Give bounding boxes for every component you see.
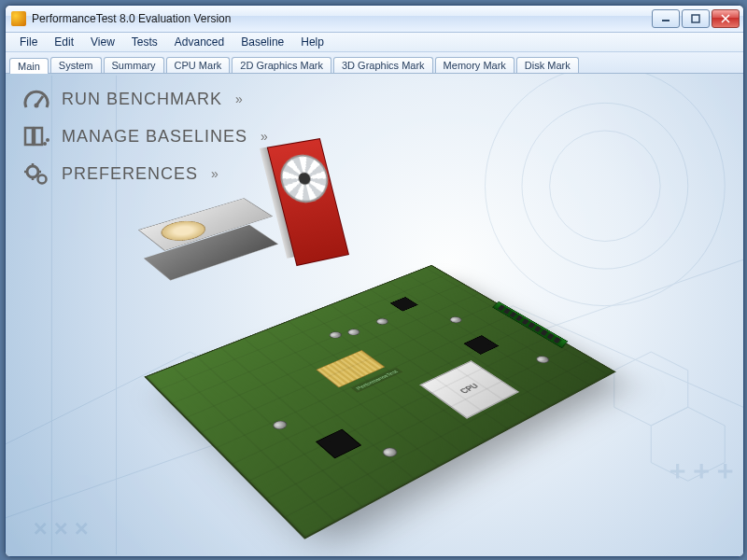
svg-text:× × ×: × × ×: [34, 515, 89, 541]
gears-icon: [22, 161, 50, 186]
svg-text:+ + +: + + +: [669, 455, 733, 486]
svg-point-16: [46, 138, 49, 142]
menu-advanced[interactable]: Advanced: [166, 34, 233, 50]
manage-baselines-link[interactable]: MANAGE BASELINES »: [22, 124, 268, 148]
menu-view[interactable]: View: [82, 34, 123, 50]
close-button[interactable]: [712, 9, 740, 28]
capacitor: [345, 328, 362, 337]
chevron-icon: »: [261, 129, 268, 144]
svg-rect-14: [35, 128, 42, 145]
minimize-button[interactable]: [652, 9, 680, 28]
capacitor: [270, 419, 289, 431]
menu-edit[interactable]: Edit: [46, 34, 82, 50]
app-window: PerformanceTest 8.0 Evaluation Version F…: [5, 5, 744, 557]
cpu-label: CPU: [458, 383, 481, 395]
app-icon: [11, 11, 26, 26]
titlebar: PerformanceTest 8.0 Evaluation Version: [6, 6, 743, 33]
capacitor: [327, 330, 344, 340]
archive-icon: [22, 124, 50, 148]
run-benchmark-link[interactable]: RUN BENCHMARK »: [22, 87, 268, 111]
maximize-button[interactable]: [682, 9, 710, 28]
menu-file[interactable]: File: [11, 34, 46, 50]
tab-3d-graphics-mark[interactable]: 3D Graphics Mark: [333, 57, 433, 73]
run-benchmark-label: RUN BENCHMARK: [62, 90, 222, 109]
graphics-card: [267, 138, 349, 266]
heatsink: [316, 350, 385, 387]
menubar: File Edit View Tests Advanced Baseline H…: [6, 33, 743, 52]
manage-baselines-label: MANAGE BASELINES: [62, 127, 247, 147]
svg-point-12: [35, 104, 39, 108]
tab-summary[interactable]: Summary: [104, 57, 164, 73]
tab-2d-graphics-mark[interactable]: 2D Graphics Mark: [232, 57, 331, 73]
chip: [390, 297, 418, 311]
tab-system[interactable]: System: [50, 57, 102, 73]
svg-marker-8: [651, 407, 725, 481]
svg-rect-13: [25, 128, 33, 145]
tabbar: Main System Summary CPU Mark 2D Graphics…: [6, 52, 743, 74]
motherboard: CPU PerformanceTest: [144, 265, 616, 539]
cpu-chip: CPU: [419, 360, 519, 419]
menu-baseline[interactable]: Baseline: [233, 34, 292, 50]
board-label: PerformanceTest: [351, 368, 402, 393]
chip: [463, 335, 499, 355]
window-title: PerformanceTest 8.0 Evaluation Version: [32, 12, 652, 25]
gauge-icon: [22, 87, 50, 111]
motherboard-scene[interactable]: CPU PerformanceTest: [155, 167, 603, 540]
svg-marker-7: [614, 352, 688, 426]
svg-rect-1: [692, 15, 699, 22]
capacitor: [374, 317, 390, 327]
tab-disk-mark[interactable]: Disk Mark: [516, 57, 579, 73]
menu-tests[interactable]: Tests: [123, 34, 166, 50]
capacitor: [380, 446, 401, 459]
tab-cpu-mark[interactable]: CPU Mark: [166, 57, 231, 73]
menu-help[interactable]: Help: [292, 34, 332, 50]
tab-main[interactable]: Main: [9, 58, 49, 74]
svg-point-18: [38, 175, 47, 184]
svg-point-15: [43, 142, 47, 146]
capacitor: [447, 315, 464, 325]
capacitor: [533, 355, 552, 365]
tab-memory-mark[interactable]: Memory Mark: [435, 57, 514, 73]
chip: [316, 429, 361, 459]
content-area: + + + × × × RUN BENCHMARK » MANAGE BASEL…: [6, 74, 743, 556]
ram-module: [492, 301, 568, 349]
svg-point-17: [27, 166, 38, 177]
chevron-icon: »: [235, 91, 243, 106]
window-buttons: [652, 9, 740, 28]
